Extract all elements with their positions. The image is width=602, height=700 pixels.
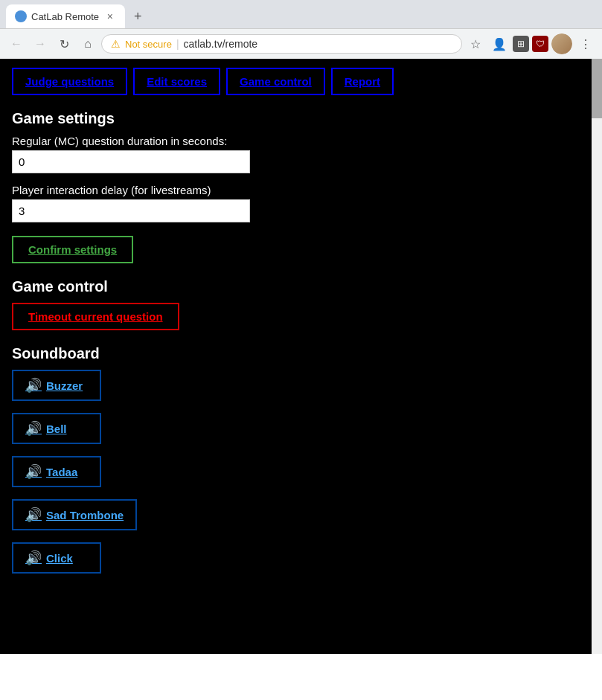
confirm-settings-button[interactable]: Confirm settings — [12, 236, 133, 263]
url-separator: | — [176, 38, 179, 50]
shield-extension-icon[interactable]: 🛡 — [532, 36, 548, 52]
delay-label: Player interaction delay (for livestream… — [12, 184, 590, 196]
soundboard-title: Soundboard — [12, 345, 590, 362]
delay-input[interactable] — [12, 199, 250, 222]
sad-trombone-sound-icon: 🔊 — [25, 507, 42, 523]
mc-duration-label: Regular (MC) question duration in second… — [12, 135, 590, 147]
not-secure-label: Not secure — [125, 39, 172, 50]
game-control-title: Game control — [12, 278, 590, 295]
toolbar-actions: ☆ 👤 ⊞ 🛡 ⋮ — [465, 33, 596, 54]
forward-button[interactable]: → — [30, 33, 51, 54]
browser-toolbar: ← → ↻ ⌂ ⚠ Not secure | catlab.tv/remote … — [0, 28, 602, 59]
judge-questions-button[interactable]: Judge questions — [12, 68, 127, 95]
warning-icon: ⚠ — [111, 38, 121, 50]
scrollbar[interactable] — [592, 59, 602, 654]
home-button[interactable]: ⌂ — [77, 33, 98, 54]
bell-button[interactable]: 🔊 Bell — [12, 413, 101, 444]
profile-button[interactable]: 👤 — [489, 33, 510, 54]
page-content: Judge questions Edit scores Game control… — [0, 59, 602, 654]
buzzer-button[interactable]: 🔊 Buzzer — [12, 370, 101, 401]
bell-label: Bell — [46, 423, 67, 435]
user-avatar[interactable] — [551, 33, 572, 54]
menu-button[interactable]: ⋮ — [575, 33, 596, 54]
edit-scores-button[interactable]: Edit scores — [133, 68, 220, 95]
scrollbar-thumb[interactable] — [592, 59, 602, 118]
shield-label: 🛡 — [536, 39, 545, 49]
game-control-button[interactable]: Game control — [226, 68, 325, 95]
report-button[interactable]: Report — [331, 68, 394, 95]
mc-duration-input[interactable] — [12, 150, 250, 173]
tab-favicon — [15, 10, 27, 22]
profile-icon: 👤 — [492, 37, 507, 51]
buzzer-sound-icon: 🔊 — [25, 377, 42, 394]
tadaa-button[interactable]: 🔊 Tadaa — [12, 456, 101, 487]
timeout-button[interactable]: Timeout current question — [12, 303, 179, 330]
bell-sound-icon: 🔊 — [25, 420, 42, 437]
click-sound-icon: 🔊 — [25, 550, 42, 566]
tadaa-sound-icon: 🔊 — [25, 463, 42, 480]
delay-group: Player interaction delay (for livestream… — [12, 184, 590, 222]
sad-trombone-label: Sad Trombone — [46, 509, 124, 521]
bookmark-button[interactable]: ☆ — [465, 33, 486, 54]
ext1-label: ⊞ — [517, 39, 525, 49]
address-bar[interactable]: ⚠ Not secure | catlab.tv/remote — [101, 34, 462, 54]
back-button[interactable]: ← — [6, 33, 27, 54]
tab-title: CatLab Remote — [31, 11, 100, 22]
mc-duration-group: Regular (MC) question duration in second… — [12, 135, 590, 173]
tab-close-btn[interactable]: × — [104, 9, 116, 24]
extension-icon-1[interactable]: ⊞ — [513, 36, 529, 52]
url-text: catlab.tv/remote — [184, 38, 258, 50]
nav-buttons-row: Judge questions Edit scores Game control… — [12, 68, 590, 95]
tadaa-label: Tadaa — [46, 466, 77, 478]
click-button[interactable]: 🔊 Click — [12, 542, 101, 574]
sad-trombone-button[interactable]: 🔊 Sad Trombone — [12, 499, 137, 530]
browser-chrome: CatLab Remote × + ← → ↻ ⌂ ⚠ Not secure |… — [0, 0, 602, 59]
tab-bar: CatLab Remote × + — [0, 0, 602, 28]
avatar-image — [551, 33, 572, 54]
refresh-button[interactable]: ↻ — [54, 33, 74, 54]
game-settings-title: Game settings — [12, 110, 590, 127]
buzzer-label: Buzzer — [46, 379, 83, 392]
click-label: Click — [46, 552, 73, 565]
active-tab[interactable]: CatLab Remote × — [6, 4, 125, 28]
new-tab-button[interactable]: + — [128, 6, 148, 28]
